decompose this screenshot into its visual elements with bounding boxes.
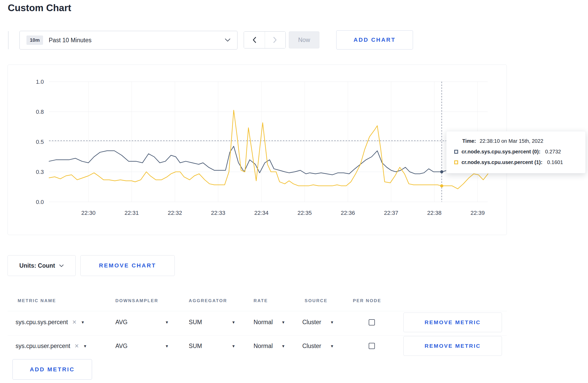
source-value: Cluster <box>302 319 321 326</box>
clear-icon[interactable]: × <box>72 319 76 326</box>
rate-select[interactable]: Normal ▼ <box>254 336 285 356</box>
caret-down-icon: ▼ <box>330 344 334 348</box>
timeframe-label: Past 10 Minutes <box>49 37 92 44</box>
metric-row: sys.cpu.user.percent × ▼ AVG ▼ SUM ▼ Nor… <box>8 335 507 356</box>
chart-canvas[interactable]: 0.00.30.50.81.022:3022:3122:3222:3322:34… <box>8 65 507 235</box>
caret-down-icon: ▼ <box>281 344 285 348</box>
tooltip-series-label: cr.node.sys.cpu.sys.percent (0): <box>461 149 541 155</box>
page-title: Custom Chart <box>8 3 71 13</box>
col-header-downsampler: DOWNSAMPLER <box>115 298 158 303</box>
svg-text:22:31: 22:31 <box>124 210 139 216</box>
chevron-right-icon <box>273 37 277 43</box>
tooltip-time-row: Time: 22:38:10 on Mar 15th, 2022 <box>454 138 578 144</box>
col-header-source: SOURCE <box>305 298 327 303</box>
caret-down-icon: ▼ <box>232 344 235 348</box>
per-node-checkbox[interactable] <box>369 343 375 349</box>
timeframe-badge: 10m <box>26 36 43 45</box>
svg-text:0.3: 0.3 <box>36 169 44 175</box>
aggregator-select[interactable]: SUM ▼ <box>189 312 235 333</box>
add-metric-button[interactable]: ADD METRIC <box>12 359 92 380</box>
downsampler-value: AVG <box>115 343 128 350</box>
chart-tooltip: Time: 22:38:10 on Mar 15th, 2022 cr.node… <box>446 131 586 173</box>
downsampler-select[interactable]: AVG ▼ <box>115 312 169 333</box>
tooltip-series-value: 0.1601 <box>547 159 563 165</box>
metrics-table-header: METRIC NAME DOWNSAMPLER AGGREGATOR RATE … <box>8 289 507 311</box>
tooltip-time-value: 22:38:10 on Mar 15th, 2022 <box>480 138 543 144</box>
col-header-per-node: PER NODE <box>353 298 381 303</box>
tooltip-series-row: cr.node.sys.cpu.sys.percent (0): 0.2732 <box>454 149 578 155</box>
metric-row: sys.cpu.sys.percent × ▼ AVG ▼ SUM ▼ Norm… <box>8 312 507 333</box>
caret-down-icon: ▼ <box>330 320 334 324</box>
series-swatch-user-icon <box>454 160 458 164</box>
caret-down-icon: ▼ <box>165 320 169 324</box>
tooltip-series-value: 0.2732 <box>545 149 561 155</box>
svg-text:22:34: 22:34 <box>254 210 269 216</box>
caret-down-icon: ▼ <box>281 320 285 324</box>
units-label: Units: Count <box>19 262 55 269</box>
prev-time-button[interactable] <box>244 32 265 48</box>
chevron-down-icon <box>59 264 64 267</box>
svg-text:1.0: 1.0 <box>36 79 44 85</box>
downsampler-value: AVG <box>115 319 128 326</box>
source-select[interactable]: Cluster ▼ <box>302 336 334 356</box>
col-header-aggregator: AGGREGATOR <box>189 298 227 303</box>
tooltip-series-row: cr.node.sys.cpu.user.percent (1): 0.1601 <box>454 159 578 165</box>
time-nav-group <box>244 31 286 48</box>
clear-icon[interactable]: × <box>75 343 79 350</box>
source-value: Cluster <box>302 343 321 350</box>
aggregator-value: SUM <box>189 343 202 350</box>
remove-metric-button[interactable]: REMOVE METRIC <box>403 313 502 332</box>
caret-down-icon: ▼ <box>165 344 169 348</box>
svg-text:22:39: 22:39 <box>471 210 485 216</box>
units-select[interactable]: Units: Count <box>8 255 76 276</box>
chevron-left-icon <box>252 37 256 43</box>
svg-text:22:36: 22:36 <box>341 210 355 216</box>
rate-value: Normal <box>254 319 273 326</box>
add-chart-button[interactable]: ADD CHART <box>336 30 413 49</box>
svg-text:0.0: 0.0 <box>36 199 44 205</box>
per-node-checkbox[interactable] <box>369 319 375 325</box>
custom-chart-page: Custom Chart 10m Past 10 Minutes Now ADD… <box>0 0 588 383</box>
rate-select[interactable]: Normal ▼ <box>254 312 285 333</box>
downsampler-select[interactable]: AVG ▼ <box>115 336 169 356</box>
svg-text:22:37: 22:37 <box>384 210 398 216</box>
remove-chart-button[interactable]: REMOVE CHART <box>80 255 175 276</box>
chart-panel: 0.00.30.50.81.022:3022:3122:3222:3322:34… <box>8 65 507 235</box>
chevron-down-icon <box>225 38 230 42</box>
source-select[interactable]: Cluster ▼ <box>302 312 334 333</box>
toolbar-divider <box>8 31 9 49</box>
aggregator-select[interactable]: SUM ▼ <box>189 336 235 356</box>
timeframe-select[interactable]: 10m Past 10 Minutes <box>19 31 237 49</box>
remove-metric-button[interactable]: REMOVE METRIC <box>403 336 502 356</box>
metric-name-select[interactable]: sys.cpu.sys.percent × ▼ <box>16 312 85 333</box>
col-header-metric-name: METRIC NAME <box>18 298 56 303</box>
next-time-button[interactable] <box>265 32 286 48</box>
svg-text:22:35: 22:35 <box>297 210 312 216</box>
series-swatch-sys-icon <box>454 150 458 154</box>
col-header-rate: RATE <box>254 298 268 303</box>
now-button[interactable]: Now <box>289 31 319 48</box>
caret-down-icon: ▼ <box>81 320 85 324</box>
metric-name-value: sys.cpu.sys.percent <box>16 319 68 326</box>
metric-name-select[interactable]: sys.cpu.user.percent × ▼ <box>16 336 87 356</box>
svg-text:0.8: 0.8 <box>36 109 44 115</box>
svg-text:22:32: 22:32 <box>168 210 182 216</box>
svg-text:22:33: 22:33 <box>211 210 225 216</box>
caret-down-icon: ▼ <box>232 320 235 324</box>
svg-text:0.5: 0.5 <box>36 139 44 145</box>
rate-value: Normal <box>254 343 273 350</box>
tooltip-time-label: Time: <box>462 138 476 144</box>
metric-name-value: sys.cpu.user.percent <box>16 343 70 350</box>
caret-down-icon: ▼ <box>83 344 87 348</box>
metrics-table: METRIC NAME DOWNSAMPLER AGGREGATOR RATE … <box>8 289 507 357</box>
svg-text:22:38: 22:38 <box>427 210 442 216</box>
tooltip-series-label: cr.node.sys.cpu.user.percent (1): <box>461 159 542 165</box>
aggregator-value: SUM <box>189 319 202 326</box>
svg-text:22:30: 22:30 <box>81 210 95 216</box>
